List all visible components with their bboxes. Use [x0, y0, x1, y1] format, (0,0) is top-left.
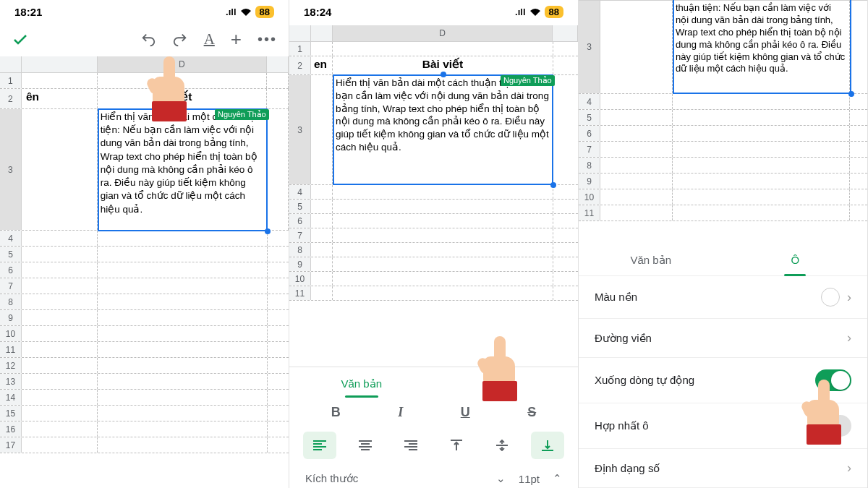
option-bgcolor[interactable]: Màu nền ›	[579, 276, 867, 319]
spreadsheet[interactable]: D 1 2 en Bài viết 3 Hiển thị văn bản dài…	[289, 25, 578, 301]
cell-b2[interactable]: ên	[22, 89, 98, 108]
redo-button[interactable]	[172, 32, 188, 48]
align-center-button[interactable]	[349, 432, 382, 459]
status-bar: 18:24 .ıll 88	[289, 0, 578, 21]
toolbar: A + •••	[0, 21, 289, 56]
col-header-d[interactable]: D	[333, 25, 553, 41]
format-panel: Văn bản Ô B I U S	[289, 367, 578, 488]
more-button[interactable]: •••	[258, 31, 277, 48]
option-merge[interactable]: Hợp nhất ô	[579, 403, 867, 449]
font-size-label: Kích thước	[305, 472, 358, 485]
wifi-icon	[529, 8, 541, 17]
clock: 18:21	[14, 6, 42, 18]
wifi-icon	[240, 8, 252, 17]
screenshot-2: 18:24 .ıll 88 D 1 2 en Bài viết 3 Hiển t…	[289, 0, 579, 488]
undo-button[interactable]	[140, 32, 156, 48]
tab-cell[interactable]: Ô	[434, 367, 579, 398]
cell-d3[interactable]: thuận tiện: Nếu bạn cần làm việc với nội…	[673, 1, 850, 93]
tab-cell[interactable]: Ô	[723, 244, 868, 275]
tab-text[interactable]: Văn bản	[289, 367, 434, 398]
cell-options-panel: Văn bản Ô Màu nền › Đường viền › Xuống d…	[579, 244, 867, 488]
spreadsheet[interactable]: 3 thuận tiện: Nếu bạn cần làm việc với n…	[579, 0, 867, 221]
size-down-button[interactable]: ⌄	[496, 472, 506, 485]
chevron-right-icon: ›	[847, 461, 851, 476]
format-button[interactable]: A	[204, 30, 215, 48]
add-button[interactable]: +	[231, 28, 242, 51]
font-size-value: 11pt	[519, 473, 540, 485]
spreadsheet[interactable]: D 1 2 ên viết 3 Hiển thị văn bản dài một…	[0, 56, 289, 453]
cell-d3[interactable]: Hiển thị văn bản dài một cách thuận tiện…	[98, 109, 267, 230]
align-left-button[interactable]	[303, 432, 336, 459]
option-wrap[interactable]: Xuống dòng tự động	[579, 358, 867, 403]
bold-button[interactable]: B	[331, 405, 341, 420]
signal-icon: .ıll	[226, 7, 236, 17]
chevron-right-icon: ›	[847, 330, 851, 346]
signal-icon: .ıll	[515, 7, 525, 17]
col-header-d[interactable]: D	[98, 56, 267, 72]
valign-top-button[interactable]	[440, 432, 473, 459]
size-up-button[interactable]: ⌃	[553, 472, 562, 485]
wrap-toggle[interactable]	[815, 369, 851, 391]
option-numberformat[interactable]: Định dạng số ›	[579, 449, 867, 488]
align-right-button[interactable]	[394, 432, 427, 459]
underline-button[interactable]: U	[461, 405, 470, 420]
cell-d3[interactable]: Hiển thị văn bản dài một cách thuận tiện…	[333, 75, 553, 184]
option-border[interactable]: Đường viền ›	[579, 319, 867, 358]
screenshot-1: 18:21 .ıll 88 A + ••• D	[0, 0, 289, 488]
tab-text[interactable]: Văn bản	[579, 244, 723, 275]
clock: 18:24	[304, 6, 331, 18]
battery-badge: 88	[545, 6, 563, 18]
status-bar: 18:21 .ıll 88	[0, 0, 289, 21]
user-tag: Nguyên Thảo	[215, 109, 269, 120]
valign-middle-button[interactable]	[485, 432, 519, 459]
screenshot-3: 3 thuận tiện: Nếu bạn cần làm việc với n…	[579, 0, 868, 488]
battery-badge: 88	[255, 6, 274, 18]
user-tag: Nguyên Thảo	[501, 75, 555, 86]
strike-button[interactable]: S	[527, 405, 536, 420]
confirm-button[interactable]	[12, 31, 29, 48]
color-swatch	[821, 288, 840, 307]
italic-button[interactable]: I	[398, 405, 403, 420]
merge-toggle[interactable]	[815, 415, 851, 437]
valign-bottom-button[interactable]	[531, 432, 564, 459]
chevron-right-icon: ›	[847, 290, 851, 305]
